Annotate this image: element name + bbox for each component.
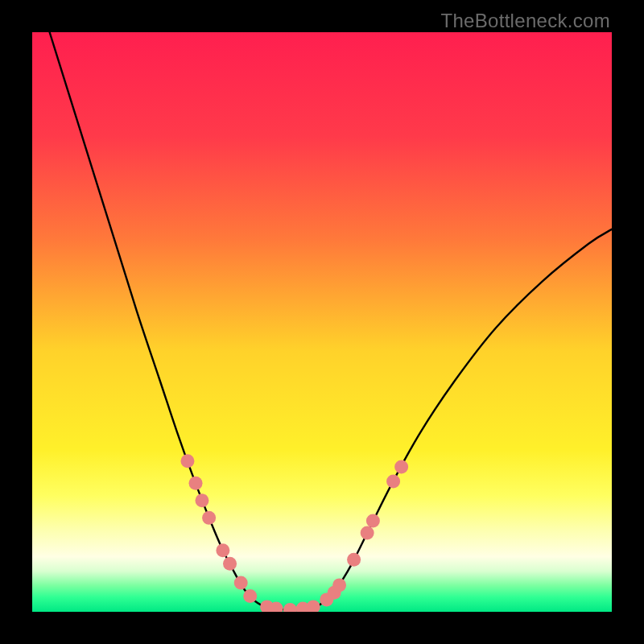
plot-area [32, 32, 612, 612]
curve-layer [32, 32, 612, 612]
dot-marker [332, 578, 346, 592]
dot-marker [307, 600, 320, 612]
dot-marker [347, 553, 361, 567]
chart-frame: TheBottleneck.com [0, 0, 644, 644]
dot-marker [223, 557, 237, 571]
dot-marker [216, 543, 229, 557]
dot-marker [366, 514, 380, 527]
dot-marker [202, 511, 216, 525]
dot-marker [195, 493, 208, 507]
dot-marker [361, 526, 374, 540]
watermark-text: TheBottleneck.com [440, 10, 610, 32]
dot-marker [234, 576, 248, 590]
dot-marker [189, 477, 203, 490]
dot-marker [386, 475, 400, 489]
dot-marker [243, 589, 257, 603]
bottleneck-curve [50, 32, 612, 610]
dot-marker [394, 460, 408, 474]
dot-marker [283, 603, 297, 612]
dot-marker [180, 454, 194, 468]
